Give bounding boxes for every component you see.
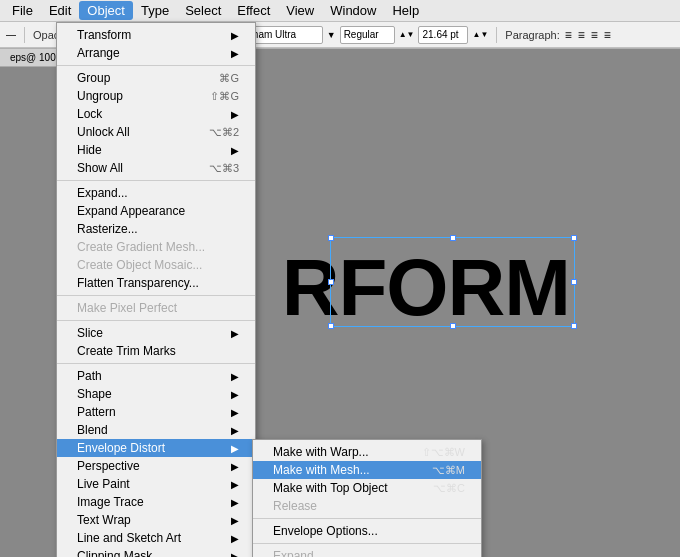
selection-box bbox=[330, 237, 575, 327]
sep5 bbox=[57, 363, 255, 364]
envelope-arrow: ▶ bbox=[231, 443, 239, 454]
menu-text-wrap[interactable]: Text Wrap ▶ bbox=[57, 511, 255, 529]
handle-tl bbox=[328, 235, 334, 241]
ungroup-shortcut: ⇧⌘G bbox=[210, 90, 239, 103]
menu-pattern[interactable]: Pattern ▶ bbox=[57, 403, 255, 421]
menu-create-mosaic: Create Object Mosaic... bbox=[57, 256, 255, 274]
size-up-icon[interactable]: ▲▼ bbox=[472, 30, 488, 39]
menu-shape[interactable]: Shape ▶ bbox=[57, 385, 255, 403]
handle-tr bbox=[571, 235, 577, 241]
submenu-sep2 bbox=[253, 543, 481, 544]
handle-bl bbox=[328, 323, 334, 329]
menu-expand-appearance[interactable]: Expand Appearance bbox=[57, 202, 255, 220]
unlock-shortcut: ⌥⌘2 bbox=[209, 126, 239, 139]
menu-rasterize[interactable]: Rasterize... bbox=[57, 220, 255, 238]
menu-lock[interactable]: Lock ▶ bbox=[57, 105, 255, 123]
menu-show-all[interactable]: Show All ⌥⌘3 bbox=[57, 159, 255, 177]
handle-bm bbox=[450, 323, 456, 329]
submenu-make-warp[interactable]: Make with Warp... ⇧⌥⌘W bbox=[253, 443, 481, 461]
style-up-icon[interactable]: ▲▼ bbox=[399, 30, 415, 39]
menu-view[interactable]: View bbox=[278, 1, 322, 20]
transform-arrow: ▶ bbox=[231, 30, 239, 41]
menu-type[interactable]: Type bbox=[133, 1, 177, 20]
menu-image-trace[interactable]: Image Trace ▶ bbox=[57, 493, 255, 511]
blend-arrow: ▶ bbox=[231, 425, 239, 436]
menu-ungroup[interactable]: Ungroup ⇧⌘G bbox=[57, 87, 255, 105]
menu-live-paint[interactable]: Live Paint ▶ bbox=[57, 475, 255, 493]
menu-group[interactable]: Group ⌘G bbox=[57, 69, 255, 87]
sep1 bbox=[57, 65, 255, 66]
perspective-arrow: ▶ bbox=[231, 461, 239, 472]
slice-arrow: ▶ bbox=[231, 328, 239, 339]
mesh-shortcut: ⌥⌘M bbox=[432, 464, 465, 477]
object-dropdown: Transform ▶ Arrange ▶ Group ⌘G Ungroup ⇧… bbox=[56, 22, 256, 557]
paragraph-label: Paragraph: bbox=[505, 29, 559, 41]
menu-perspective[interactable]: Perspective ▶ bbox=[57, 457, 255, 475]
menu-select[interactable]: Select bbox=[177, 1, 229, 20]
submenu-expand: Expand bbox=[253, 547, 481, 557]
stroke-icon: — bbox=[6, 29, 16, 40]
style-input[interactable] bbox=[340, 26, 395, 44]
align-right-icon[interactable]: ≡ bbox=[591, 28, 598, 42]
menu-blend[interactable]: Blend ▶ bbox=[57, 421, 255, 439]
submenu-make-mesh[interactable]: Make with Mesh... ⌥⌘M bbox=[253, 461, 481, 479]
align-center-icon[interactable]: ≡ bbox=[578, 28, 585, 42]
menu-create-gradient: Create Gradient Mesh... bbox=[57, 238, 255, 256]
menu-hide[interactable]: Hide ▶ bbox=[57, 141, 255, 159]
size-input[interactable] bbox=[418, 26, 468, 44]
clipping-mask-arrow: ▶ bbox=[231, 551, 239, 558]
handle-tm bbox=[450, 235, 456, 241]
menu-clipping-mask[interactable]: Clipping Mask ▶ bbox=[57, 547, 255, 557]
handle-mr bbox=[571, 279, 577, 285]
submenu-make-top[interactable]: Make with Top Object ⌥⌘C bbox=[253, 479, 481, 497]
menu-pixel-perfect: Make Pixel Perfect bbox=[57, 299, 255, 317]
toolbar-div1 bbox=[24, 27, 25, 43]
menu-transform[interactable]: Transform ▶ bbox=[57, 26, 255, 44]
show-all-shortcut: ⌥⌘3 bbox=[209, 162, 239, 175]
submenu-sep1 bbox=[253, 518, 481, 519]
menu-expand[interactable]: Expand... bbox=[57, 184, 255, 202]
toolbar-stroke: — bbox=[6, 29, 16, 40]
live-paint-arrow: ▶ bbox=[231, 479, 239, 490]
envelope-submenu: Make with Warp... ⇧⌥⌘W Make with Mesh...… bbox=[252, 439, 482, 557]
group-shortcut: ⌘G bbox=[219, 72, 239, 85]
handle-ml bbox=[328, 279, 334, 285]
font-dropdown-icon[interactable]: ▼ bbox=[327, 30, 336, 40]
shape-arrow: ▶ bbox=[231, 389, 239, 400]
menu-effect[interactable]: Effect bbox=[229, 1, 278, 20]
menu-envelope-distort[interactable]: Envelope Distort ▶ Make with Warp... ⇧⌥⌘… bbox=[57, 439, 255, 457]
top-shortcut: ⌥⌘C bbox=[433, 482, 465, 495]
sep3 bbox=[57, 295, 255, 296]
menu-window[interactable]: Window bbox=[322, 1, 384, 20]
submenu-release: Release bbox=[253, 497, 481, 515]
hide-arrow: ▶ bbox=[231, 145, 239, 156]
arrange-arrow: ▶ bbox=[231, 48, 239, 59]
more-icon[interactable]: ≡ bbox=[604, 28, 611, 42]
menubar: File Edit Object Type Select Effect View… bbox=[0, 0, 680, 22]
lock-arrow: ▶ bbox=[231, 109, 239, 120]
handle-br bbox=[571, 323, 577, 329]
submenu-options[interactable]: Envelope Options... bbox=[253, 522, 481, 540]
line-sketch-arrow: ▶ bbox=[231, 533, 239, 544]
menu-edit[interactable]: Edit bbox=[41, 1, 79, 20]
path-arrow: ▶ bbox=[231, 371, 239, 382]
menu-path[interactable]: Path ▶ bbox=[57, 367, 255, 385]
menu-slice[interactable]: Slice ▶ bbox=[57, 324, 255, 342]
menu-line-sketch[interactable]: Line and Sketch Art ▶ bbox=[57, 529, 255, 547]
menu-arrange[interactable]: Arrange ▶ bbox=[57, 44, 255, 62]
warp-shortcut: ⇧⌥⌘W bbox=[422, 446, 465, 459]
image-trace-arrow: ▶ bbox=[231, 497, 239, 508]
menu-file[interactable]: File bbox=[4, 1, 41, 20]
pattern-arrow: ▶ bbox=[231, 407, 239, 418]
menu-flatten[interactable]: Flatten Transparency... bbox=[57, 274, 255, 292]
toolbar-div3 bbox=[496, 27, 497, 43]
sep2 bbox=[57, 180, 255, 181]
menu-object[interactable]: Object bbox=[79, 1, 133, 20]
menu-unlock-all[interactable]: Unlock All ⌥⌘2 bbox=[57, 123, 255, 141]
align-left-icon[interactable]: ≡ bbox=[565, 28, 572, 42]
sep4 bbox=[57, 320, 255, 321]
text-wrap-arrow: ▶ bbox=[231, 515, 239, 526]
menu-trim-marks[interactable]: Create Trim Marks bbox=[57, 342, 255, 360]
menu-help[interactable]: Help bbox=[384, 1, 427, 20]
